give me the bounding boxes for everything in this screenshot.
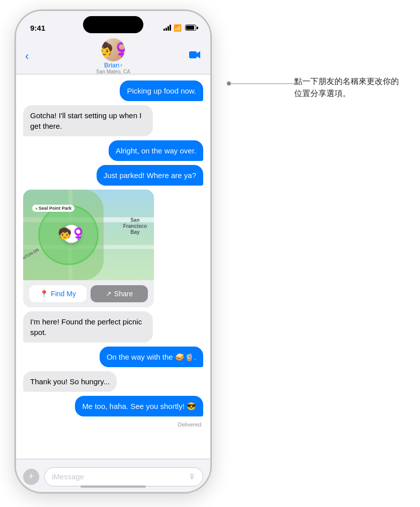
sent-bubble: Picking up food now. — [120, 80, 203, 101]
add-attachment-button[interactable]: + — [23, 469, 39, 485]
annotation-text: 點一下朋友的名稱來更改你的位置分享選項。 — [294, 75, 405, 100]
bay-label: SanFranciscoBay — [123, 217, 147, 235]
home-indicator — [80, 485, 146, 488]
share-button[interactable]: ↗ Share — [91, 285, 148, 302]
signal-icon — [163, 25, 171, 31]
sent-bubble: Me too, haha. See you shortly! 😎 — [75, 396, 203, 416]
find-my-button[interactable]: 📍 Find My — [29, 285, 87, 302]
wifi-icon: 📶 — [174, 24, 182, 32]
map-bubble[interactable]: INTON DR ● Seal Point Park SanFranciscoB… — [23, 190, 154, 307]
message-row: Alright, on the way over. — [23, 140, 203, 161]
message-row: I'm here! Found the perfect picnic spot. — [23, 311, 203, 343]
mic-icon[interactable]: 🎙 — [188, 472, 196, 481]
status-icons: 📶 — [163, 24, 196, 32]
message-row: Picking up food now. — [23, 80, 203, 101]
message-input[interactable]: iMessage 🎙 — [44, 467, 203, 486]
message-row: Gotcha! I'll start setting up when I get… — [23, 105, 203, 136]
contact-name[interactable]: Brian › — [104, 61, 122, 69]
status-time: 9:41 — [30, 24, 45, 32]
message-row: Thank you! So hungry... — [23, 371, 203, 392]
contact-header[interactable]: 🧒‍♀️ Brian › San Mateo, CA — [96, 38, 130, 74]
messages-area: Picking up food now. Gotcha! I'll start … — [16, 74, 210, 459]
received-bubble: Thank you! So hungry... — [23, 371, 117, 392]
find-my-icon: 📍 — [40, 290, 48, 298]
received-bubble: I'm here! Found the perfect picnic spot. — [23, 311, 153, 343]
dynamic-island — [83, 16, 143, 33]
sent-bubble: Just parked! Where are ya? — [97, 165, 203, 186]
message-row: INTON DR ● Seal Point Park SanFranciscoB… — [23, 190, 203, 307]
avatar: 🧒‍♀️ — [102, 38, 125, 61]
share-icon: ↗ — [106, 290, 112, 298]
sent-bubble: On the way with the 🥪🧋. — [100, 347, 203, 367]
sent-bubble: Alright, on the way over. — [109, 140, 203, 161]
nav-bar: ‹ 🧒‍♀️ Brian › San Mateo, CA — [16, 38, 210, 74]
message-row: Just parked! Where are ya? — [23, 165, 203, 186]
delivered-status: Delivered — [23, 421, 201, 428]
annotation-line — [229, 83, 294, 84]
received-bubble: Gotcha! I'll start setting up when I get… — [23, 105, 153, 136]
message-row: On the way with the 🥪🧋. — [23, 347, 203, 367]
message-row: Me too, haha. See you shortly! 😎 — [23, 396, 203, 416]
battery-icon — [185, 25, 196, 31]
back-button[interactable]: ‹ — [25, 50, 29, 63]
video-call-button[interactable] — [189, 50, 201, 62]
iphone-frame: 9:41 📶 ‹ 🧒‍♀️ — [15, 10, 211, 493]
input-placeholder: iMessage — [52, 472, 84, 481]
map-action-buttons: 📍 Find My ↗ Share — [23, 280, 154, 307]
annotation: 點一下朋友的名稱來更改你的位置分享選項。 — [294, 75, 405, 100]
contact-subtitle: San Mateo, CA — [96, 69, 130, 74]
scene: 9:41 📶 ‹ 🧒‍♀️ — [0, 0, 420, 507]
park-label: ● Seal Point Park — [32, 205, 74, 212]
location-pin: 🧒‍♀️ — [62, 225, 80, 243]
svg-rect-0 — [189, 51, 197, 58]
map-visual: INTON DR ● Seal Point Park SanFranciscoB… — [23, 190, 154, 280]
